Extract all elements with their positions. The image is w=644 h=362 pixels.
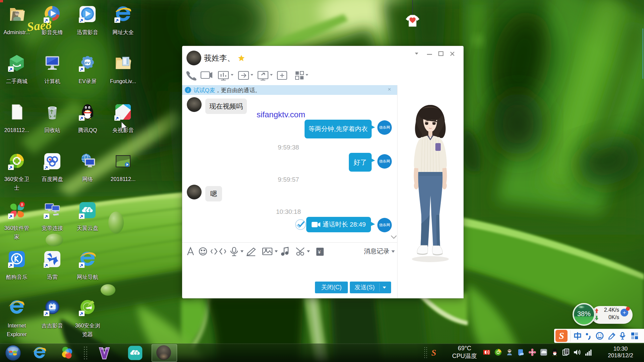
svg-text:8: 8 <box>21 202 23 207</box>
svg-text:ev: ev <box>85 60 90 65</box>
svg-text:¥: ¥ <box>318 249 321 255</box>
